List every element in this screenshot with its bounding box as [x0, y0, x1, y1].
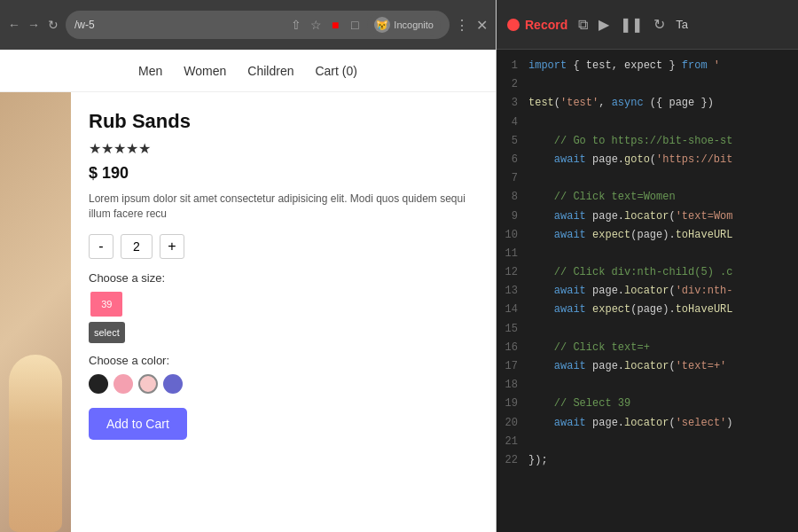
pause-icon[interactable]: ❚❚ — [620, 16, 643, 33]
code-line-11: 11 — [497, 245, 798, 263]
code-line-13: 13 await page.locator('div:nth- — [497, 282, 798, 301]
code-line-1: 1 import { test, expect } from ' — [497, 57, 798, 75]
browser-toolbar: ← → ↻ /w-5 ⇧ ☆ ■ □ 😿 Incognito ⋮ ✕ — [0, 0, 496, 50]
nav-men[interactable]: Men — [138, 64, 162, 78]
code-line-10: 10 await expect(page).toHaveURL — [497, 226, 798, 245]
code-toolbar: Record ⧉ ▶ ❚❚ ↻ Ta — [497, 0, 798, 50]
mannequin-shape — [9, 355, 62, 532]
record-label: Record — [525, 18, 567, 32]
product-area: Rub Sands ★★★★★ $ 190 Lorem ipsum dolor … — [0, 92, 496, 532]
product-stars: ★★★★★ — [89, 140, 478, 157]
code-line-15: 15 — [497, 320, 798, 339]
browser-panel: ← → ↻ /w-5 ⇧ ☆ ■ □ 😿 Incognito ⋮ ✕ Men W… — [0, 0, 497, 532]
quantity-decrease-button[interactable]: - — [89, 234, 113, 259]
incognito-badge: 😿 Incognito — [367, 14, 441, 35]
code-line-5: 5 // Go to https://bit-shoe-st — [497, 132, 798, 151]
code-line-3: 3 test('test', async ({ page }) — [497, 94, 798, 113]
nav-cart[interactable]: Cart (0) — [315, 64, 356, 78]
code-line-7: 7 — [497, 169, 798, 188]
color-label: Choose a color: — [89, 354, 478, 367]
play-icon[interactable]: ▶ — [598, 16, 609, 33]
copy-icon[interactable]: ⧉ — [578, 17, 588, 33]
size-select-dropdown[interactable]: select — [89, 322, 125, 343]
nav-women[interactable]: Women — [184, 64, 226, 78]
product-price: $ 190 — [89, 164, 478, 183]
code-line-9: 9 await page.locator('text=Wom — [497, 207, 798, 226]
extension-icon[interactable]: ■ — [328, 18, 342, 32]
color-pink[interactable] — [113, 374, 133, 394]
close-panel-icon[interactable]: ✕ — [474, 18, 489, 32]
code-line-8: 8 // Click text=Women — [497, 188, 798, 207]
record-dot-icon — [507, 19, 520, 31]
quantity-display: 2 — [121, 234, 153, 259]
refresh-icon[interactable]: ↻ — [46, 18, 60, 32]
refresh-code-icon[interactable]: ↻ — [653, 16, 665, 33]
code-line-20: 20 await page.locator('select') — [497, 414, 798, 433]
back-icon[interactable]: ← — [7, 18, 21, 32]
quantity-increase-button[interactable]: + — [160, 234, 184, 259]
code-line-16: 16 // Click text=+ — [497, 339, 798, 357]
code-line-2: 2 — [497, 75, 798, 94]
selected-size-box[interactable]: 39 — [90, 292, 122, 317]
code-line-17: 17 await page.locator('text=+' — [497, 357, 798, 376]
code-line-12: 12 // Click div:nth-child(5) .c — [497, 263, 798, 282]
code-line-18: 18 — [497, 376, 798, 395]
star-icon[interactable]: ☆ — [309, 18, 323, 32]
product-details: Rub Sands ★★★★★ $ 190 Lorem ipsum dolor … — [71, 92, 496, 532]
url-text: /w-5 — [74, 19, 95, 31]
site-nav: Men Women Children Cart (0) — [0, 50, 496, 92]
color-blue[interactable] — [163, 374, 183, 394]
menu-icon[interactable]: ⋮ — [455, 18, 469, 32]
size-selector-area: 39 select — [89, 292, 478, 343]
incognito-icon: 😿 — [374, 17, 390, 33]
code-line-4: 4 — [497, 113, 798, 132]
incognito-label: Incognito — [394, 20, 434, 30]
quantity-control: - 2 + — [89, 234, 478, 259]
product-image-bg — [0, 92, 71, 532]
product-image — [0, 92, 71, 532]
tab-label: Ta — [676, 18, 688, 31]
code-line-6: 6 await page.goto('https://bit — [497, 151, 798, 169]
code-line-22: 22 }); — [497, 451, 798, 470]
product-description: Lorem ipsum dolor sit amet consectetur a… — [89, 192, 478, 222]
code-content: 1 import { test, expect } from ' 2 3 tes… — [497, 50, 798, 532]
color-black[interactable] — [89, 374, 108, 394]
code-panel: Record ⧉ ▶ ❚❚ ↻ Ta 1 import { test, expe… — [497, 0, 798, 532]
color-options — [89, 374, 478, 394]
code-line-21: 21 — [497, 433, 798, 451]
color-light-pink[interactable] — [138, 374, 158, 394]
add-to-cart-button[interactable]: Add to Cart — [89, 408, 187, 440]
url-bar[interactable]: /w-5 ⇧ ☆ ■ □ 😿 Incognito — [66, 11, 450, 39]
size-label: Choose a size: — [89, 271, 478, 285]
forward-icon[interactable]: → — [27, 18, 41, 32]
product-name: Rub Sands — [89, 110, 478, 133]
share-icon[interactable]: ⇧ — [289, 18, 303, 32]
code-line-14: 14 await expect(page).toHaveURL — [497, 301, 798, 319]
record-button[interactable]: Record — [507, 18, 567, 32]
tab-icon[interactable]: □ — [348, 18, 362, 32]
nav-children[interactable]: Children — [247, 64, 293, 78]
code-line-19: 19 // Select 39 — [497, 395, 798, 413]
